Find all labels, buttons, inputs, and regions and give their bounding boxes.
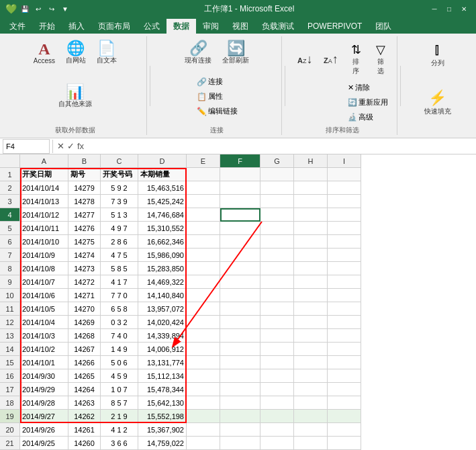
cell-F5[interactable] <box>220 222 260 235</box>
cell-E5[interactable] <box>187 222 220 235</box>
cell-F7[interactable] <box>220 249 260 262</box>
cell-B7[interactable]: 14274 <box>68 249 101 262</box>
col-header-D[interactable]: D <box>138 154 187 168</box>
cell-D12[interactable]: 14,020,424 <box>138 316 187 329</box>
cell-H19[interactable] <box>294 410 328 423</box>
cell-C4[interactable]: 5 1 3 <box>101 208 138 222</box>
ribbon-tab-视图[interactable]: 视图 <box>226 19 255 34</box>
row-header-3[interactable]: 3 <box>0 195 20 208</box>
text-button[interactable]: 📄 自文本 <box>92 39 122 67</box>
cell-E9[interactable] <box>187 275 220 289</box>
ribbon-tab-负载测试[interactable]: 负载测试 <box>255 19 301 34</box>
cell-D14[interactable]: 14,006,912 <box>138 343 187 356</box>
cell-B21[interactable]: 14260 <box>68 437 101 450</box>
cell-F20[interactable] <box>220 423 260 437</box>
cell-B10[interactable]: 14271 <box>68 289 101 302</box>
cell-E1[interactable] <box>187 168 220 181</box>
cell-F4[interactable] <box>220 208 260 222</box>
cell-F17[interactable] <box>220 383 260 396</box>
cell-G11[interactable] <box>260 302 294 316</box>
cell-A9[interactable]: 2014/10/7 <box>20 275 68 289</box>
minimize-button[interactable]: ─ <box>428 3 441 14</box>
ribbon-tab-数据[interactable]: 数据 <box>166 19 196 34</box>
cell-E19[interactable] <box>187 410 220 423</box>
other-sources-button[interactable]: 📊 自其他来源 <box>54 83 97 111</box>
cell-F14[interactable] <box>220 343 260 356</box>
sort-az-button[interactable]: AZ↓ <box>293 51 317 67</box>
cell-I13[interactable] <box>328 329 361 343</box>
cell-H18[interactable] <box>294 396 328 410</box>
cell-E2[interactable] <box>187 181 220 195</box>
cell-C5[interactable]: 4 9 7 <box>101 222 138 235</box>
cell-D2[interactable]: 15,463,516 <box>138 181 187 195</box>
cell-H2[interactable] <box>294 181 328 195</box>
cell-D20[interactable]: 15,367,902 <box>138 423 187 437</box>
cell-I4[interactable] <box>328 208 361 222</box>
cell-G2[interactable] <box>260 181 294 195</box>
cell-C9[interactable]: 4 1 7 <box>101 275 138 289</box>
row-header-15[interactable]: 15 <box>0 356 20 369</box>
cell-G1[interactable] <box>260 168 294 181</box>
cell-A11[interactable]: 2014/10/5 <box>20 302 68 316</box>
sort-za-button[interactable]: ZA↑ <box>320 51 342 67</box>
cell-D6[interactable]: 16,662,346 <box>138 235 187 249</box>
cell-B11[interactable]: 14270 <box>68 302 101 316</box>
col-header-A[interactable]: A <box>20 154 68 168</box>
cell-H16[interactable] <box>294 369 328 383</box>
row-header-19[interactable]: 19 <box>0 410 20 423</box>
cell-F21[interactable] <box>220 437 260 450</box>
cell-H1[interactable] <box>294 168 328 181</box>
cell-F19[interactable] <box>220 410 260 423</box>
cell-H20[interactable] <box>294 423 328 437</box>
cell-E21[interactable] <box>187 437 220 450</box>
cell-C14[interactable]: 1 4 9 <box>101 343 138 356</box>
cell-D8[interactable]: 15,283,850 <box>138 262 187 275</box>
web-button[interactable]: 🌐 自网站 <box>61 39 91 67</box>
cell-H7[interactable] <box>294 249 328 262</box>
col-header-F[interactable]: F <box>220 154 260 168</box>
cell-I11[interactable] <box>328 302 361 316</box>
cell-I21[interactable] <box>328 437 361 450</box>
cell-D17[interactable]: 15,478,344 <box>138 383 187 396</box>
cell-F12[interactable] <box>220 316 260 329</box>
cell-F2[interactable] <box>220 181 260 195</box>
split-column-button[interactable]: ⫿ 分列 <box>426 39 449 70</box>
cell-E17[interactable] <box>187 383 220 396</box>
row-header-14[interactable]: 14 <box>0 343 20 356</box>
more-icon[interactable]: ▼ <box>60 3 70 14</box>
cell-C16[interactable]: 4 5 9 <box>101 369 138 383</box>
cell-C12[interactable]: 0 3 2 <box>101 316 138 329</box>
advanced-button[interactable]: 🔬 高级 <box>344 110 391 124</box>
cell-A2[interactable]: 2014/10/14 <box>20 181 68 195</box>
row-header-18[interactable]: 18 <box>0 396 20 410</box>
cell-G4[interactable] <box>260 208 294 222</box>
cell-F11[interactable] <box>220 302 260 316</box>
cell-F10[interactable] <box>220 289 260 302</box>
clear-button[interactable]: ✕ 清除 <box>344 81 391 95</box>
cell-D19[interactable]: 15,552,198 <box>138 410 187 423</box>
formula-input[interactable] <box>88 142 476 151</box>
cell-G16[interactable] <box>260 369 294 383</box>
row-header-12[interactable]: 12 <box>0 316 20 329</box>
cell-A4[interactable]: 2014/10/12 <box>20 208 68 222</box>
cell-C21[interactable]: 3 6 6 <box>101 437 138 450</box>
row-header-9[interactable]: 9 <box>0 275 20 289</box>
cell-A19[interactable]: 2014/9/27 <box>20 410 68 423</box>
cell-C3[interactable]: 7 3 9 <box>101 195 138 208</box>
cell-G10[interactable] <box>260 289 294 302</box>
existing-connections-button[interactable]: 🔗 现有连接 <box>180 39 216 67</box>
cell-I12[interactable] <box>328 316 361 329</box>
reapply-button[interactable]: 🔄 重新应用 <box>344 95 391 109</box>
cell-G17[interactable] <box>260 383 294 396</box>
cell-I1[interactable] <box>328 168 361 181</box>
cell-D5[interactable]: 15,310,552 <box>138 222 187 235</box>
cell-A1[interactable]: 开奖日期 <box>20 168 68 181</box>
row-header-1[interactable]: 1 <box>0 168 20 181</box>
cell-I5[interactable] <box>328 222 361 235</box>
cell-C13[interactable]: 7 4 0 <box>101 329 138 343</box>
cell-E12[interactable] <box>187 316 220 329</box>
cell-G3[interactable] <box>260 195 294 208</box>
col-header-H[interactable]: H <box>294 154 328 168</box>
cell-G12[interactable] <box>260 316 294 329</box>
row-header-4[interactable]: 4 <box>0 208 20 222</box>
